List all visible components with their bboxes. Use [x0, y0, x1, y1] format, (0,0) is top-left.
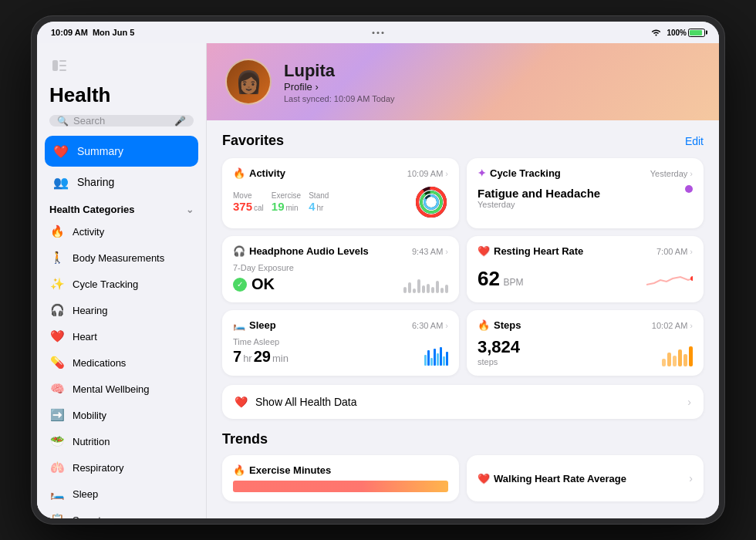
cycle-symptom: Fatigue and Headache — [478, 187, 600, 200]
trend-exercise-title: 🔥 Exercise Minutes — [233, 464, 448, 476]
headphone-time: 9:43 AM › — [412, 247, 448, 256]
svg-rect-3 — [59, 69, 66, 71]
show-all-chevron-icon: › — [687, 396, 691, 408]
sleep-time: 6:30 AM › — [412, 321, 448, 330]
exercise-label: Exercise — [272, 191, 301, 200]
sidebar-item-medications[interactable]: 💊 Medications — [37, 349, 206, 376]
sidebar-toggle-button[interactable] — [49, 56, 69, 76]
search-bar[interactable]: 🔍 Search 🎤 — [49, 115, 194, 127]
cycle-card[interactable]: ✦ Cycle Tracking Yesterday › F — [467, 158, 704, 228]
edit-button[interactable]: Edit — [685, 135, 704, 147]
sidebar-item-hearing[interactable]: 🎧 Hearing — [37, 297, 206, 323]
stb2 — [667, 353, 671, 366]
sidebar-nav: ❤️ Summary 👥 Sharing — [37, 136, 206, 197]
trend-heart-card[interactable]: ❤️ Walking Heart Rate Average › — [467, 455, 704, 501]
stand-label: Stand — [309, 191, 329, 200]
trend-exercise-icon: 🔥 — [233, 464, 245, 476]
sidebar-item-mobility[interactable]: ➡️ Mobility — [37, 402, 206, 428]
sidebar-item-mental[interactable]: 🧠 Mental Wellbeing — [37, 376, 206, 402]
heart-rate-value-container: 62 BPM — [478, 267, 523, 291]
sb4 — [434, 349, 436, 366]
sb3 — [430, 358, 433, 366]
respiratory-icon: 🫁 — [49, 460, 65, 475]
sleep-card-icon: 🛏️ — [233, 319, 245, 331]
medications-icon: 💊 — [49, 355, 65, 370]
sidebar-item-sharing[interactable]: 👥 Sharing — [45, 167, 198, 197]
sleep-label: Time Asleep — [233, 337, 289, 346]
battery-fill — [690, 30, 702, 35]
sharing-label: Sharing — [77, 176, 114, 188]
favorites-header: Favorites Edit — [222, 133, 704, 149]
sb6 — [440, 347, 442, 366]
sidebar-item-cycle[interactable]: ✨ Cycle Tracking — [37, 271, 206, 297]
sleep-min-label: min — [272, 353, 289, 364]
mic-icon: 🎤 — [174, 116, 186, 127]
categories-header: Health Categories ⌄ — [37, 197, 206, 218]
steps-card[interactable]: 🔥 Steps 10:02 AM › — [467, 310, 704, 376]
move-unit: cal — [254, 204, 264, 212]
heart-rate-card[interactable]: ❤️ Resting Heart Rate 7:00 AM › — [467, 236, 704, 302]
sleep-label: Sleep — [73, 488, 98, 500]
show-all-label: Show All Health Data — [255, 396, 357, 408]
ok-row: ✓ OK — [233, 275, 294, 293]
hc-bar-5 — [422, 285, 425, 293]
cycle-card-title: ✦ Cycle Tracking — [478, 167, 561, 179]
sidebar-item-heart[interactable]: ❤️ Heart — [37, 323, 206, 349]
steps-unit: steps — [478, 357, 520, 366]
show-all-health-row[interactable]: ❤️ Show All Health Data › — [222, 385, 704, 419]
steps-time: 10:02 AM › — [652, 321, 693, 330]
trends-title: Trends — [222, 431, 704, 447]
stand-unit: hr — [317, 204, 324, 212]
trend-heart-icon: ❤️ — [478, 473, 490, 484]
sidebar-item-nutrition[interactable]: 🥗 Nutrition — [37, 428, 206, 454]
favorites-title: Favorites — [222, 133, 284, 149]
sleep-card-header: 🛏️ Sleep 6:30 AM › — [233, 319, 448, 331]
main-content: 👩🏾 Lupita Profile › Last synced: 10:09 A… — [207, 43, 719, 518]
hc-bar-8 — [436, 281, 439, 293]
activity-card-icon: 🔥 — [233, 167, 245, 179]
sleep-card[interactable]: 🛏️ Sleep 6:30 AM › Time Aslee — [222, 310, 459, 376]
sidebar-item-summary[interactable]: ❤️ Summary — [45, 136, 198, 167]
stand-value: 4 — [309, 200, 315, 213]
activity-card-title: 🔥 Activity — [233, 167, 285, 179]
move-label: Move — [233, 191, 264, 200]
show-all-heart-icon: ❤️ — [235, 396, 248, 408]
heart-rate-icon: ❤️ — [478, 245, 490, 257]
cycle-time: Yesterday › — [650, 169, 693, 178]
activity-card[interactable]: 🔥 Activity 10:09 AM › — [222, 158, 459, 228]
trends-grid: 🔥 Exercise Minutes ❤️ Walking Heart Rate — [222, 455, 704, 501]
hc-bar-6 — [427, 284, 430, 293]
headphone-label: 7-Day Exposure — [233, 263, 294, 272]
sidebar-item-body[interactable]: 🚶 Body Measurements — [37, 245, 206, 271]
hc-bar-3 — [413, 289, 416, 293]
activity-ring — [414, 185, 448, 219]
steps-value-row: 3,824 — [478, 337, 520, 357]
sidebar-item-symptoms[interactable]: 📋 Symptoms — [37, 507, 206, 518]
categories-title: Health Categories — [49, 204, 135, 215]
time: 10:09 AM — [51, 28, 88, 37]
sidebar-item-sleep[interactable]: 🛏️ Sleep — [37, 481, 206, 507]
svg-rect-1 — [59, 60, 66, 62]
sidebar-item-activity[interactable]: 🔥 Activity — [37, 218, 206, 245]
content-body: Favorites Edit 🔥 Activity — [207, 120, 719, 514]
avatar: 👩🏾 — [225, 59, 272, 105]
trend-exercise-card[interactable]: 🔥 Exercise Minutes — [222, 455, 459, 501]
heart-icon: ❤️ — [49, 329, 65, 344]
stb3 — [673, 356, 677, 366]
hc-bar-2 — [408, 282, 411, 293]
svg-rect-2 — [59, 65, 66, 66]
nutrition-icon: 🥗 — [49, 434, 65, 449]
hc-bar-9 — [440, 288, 444, 293]
stand-stat: Stand 4 hr — [309, 191, 329, 213]
body-label: Body Measurements — [73, 252, 164, 264]
cycle-card-icon: ✦ — [478, 167, 486, 179]
favorites-grid: 🔥 Activity 10:09 AM › — [222, 158, 704, 376]
exercise-stat: Exercise 19 min — [272, 191, 301, 213]
sharing-icon: 👥 — [52, 174, 69, 191]
stb4 — [678, 349, 682, 366]
profile-banner: 👩🏾 Lupita Profile › Last synced: 10:09 A… — [207, 43, 719, 120]
headphone-card[interactable]: 🎧 Headphone Audio Levels 9:43 AM › — [222, 236, 459, 302]
dot1 — [373, 32, 375, 34]
profile-link[interactable]: Profile › — [284, 81, 395, 93]
sidebar-item-respiratory[interactable]: 🫁 Respiratory — [37, 454, 206, 481]
